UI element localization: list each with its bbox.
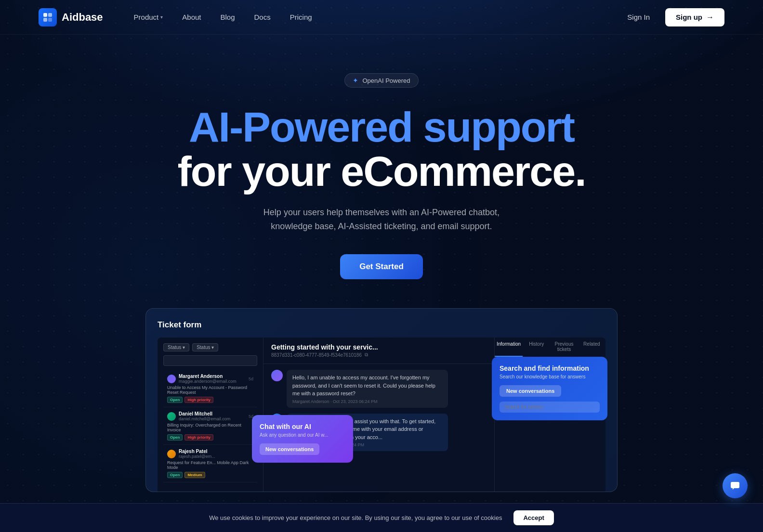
tag-medium: Medium <box>184 472 205 478</box>
svg-rect-2 <box>43 18 47 22</box>
signin-button[interactable]: Sign In <box>619 9 658 25</box>
ticket-list: Status ▾ Status ▾ Margaret Anderson magg… <box>158 337 263 492</box>
tag-open: Open <box>167 472 183 478</box>
message-bubble: Hello, I am unable to access my account.… <box>287 370 448 408</box>
ticket-search[interactable] <box>163 355 257 366</box>
chat-id: 8837d331-c080-4777-8549-f534e7610186 ⧉ <box>271 352 487 358</box>
search-widget: Search and find information Search our k… <box>492 357 607 420</box>
chat-panel: Getting started with your servic... 8837… <box>263 337 495 492</box>
accept-button[interactable]: Accept <box>513 510 553 525</box>
message-time: Margaret Anderson · Oct 23, 2023 06:24 P… <box>292 399 442 404</box>
chat-title: Getting started with your servic... <box>271 343 487 351</box>
status-filters: Status ▾ Status ▾ <box>163 343 257 351</box>
tag-open: Open <box>167 434 183 441</box>
ticket-name: Margaret Anderson <box>179 374 237 379</box>
ticket-email: daniel.mitchell@email.com <box>179 416 230 421</box>
ticket-subject: Billing Inquiry: Overcharged on Recent I… <box>167 423 253 432</box>
ticket-tags: Open High priority <box>167 434 253 441</box>
logo-icon <box>39 8 57 26</box>
cookie-text: We use cookies to improve your experienc… <box>209 514 502 521</box>
ticket-name: Daniel Mitchell <box>179 411 230 416</box>
navbar: Aidbase Product ▾ About Blog Docs Pricin… <box>0 0 763 35</box>
ticket-subject: Unable to Access My Account - Password R… <box>167 385 253 395</box>
logo-text: Aidbase <box>62 11 103 24</box>
widget-subtitle: Ask any question and our AI w... <box>260 432 345 438</box>
search-new-conversations-button[interactable]: New conversations <box>500 385 561 397</box>
search-widget-subtitle: Search our knowledge base for answers <box>500 374 600 379</box>
openai-badge: ✦ OpenAI Powered <box>344 73 418 88</box>
info-tabs: Information History Previous tickets Rel… <box>495 337 605 357</box>
nav-about[interactable]: About <box>174 9 209 25</box>
dashboard-preview: Ticket form Status ▾ Status ▾ Margaret A… <box>145 308 618 492</box>
widget-title: Chat with our AI <box>260 423 345 430</box>
sparkle-icon: ✦ <box>353 77 358 84</box>
chat-header: Getting started with your servic... 8837… <box>263 337 494 364</box>
svg-rect-3 <box>48 18 52 22</box>
tab-information[interactable]: Information <box>495 337 523 357</box>
copy-icon[interactable]: ⧉ <box>365 352 368 358</box>
status-filter-1[interactable]: Status ▾ <box>163 343 189 351</box>
chat-float-button[interactable] <box>723 473 748 498</box>
nav-pricing[interactable]: Pricing <box>282 9 320 25</box>
tag-open: Open <box>167 397 183 403</box>
search-articles-input[interactable] <box>500 402 600 413</box>
avatar <box>167 450 176 458</box>
table-row[interactable]: Rajesh Patel rajesh.patel@em... Request … <box>163 445 257 482</box>
ticket-tags: Open High priority <box>167 397 253 403</box>
tag-high-priority: High priority <box>184 434 213 441</box>
nav-blog[interactable]: Blog <box>213 9 243 25</box>
hero-headline: AI-Powered support for your eCommerce. <box>0 105 763 194</box>
cookie-banner: We use cookies to improve your experienc… <box>0 503 763 532</box>
tag-high-priority: High priority <box>184 397 213 403</box>
status-filter-2[interactable]: Status ▾ <box>192 343 218 351</box>
ticket-tags: Open Medium <box>167 472 253 478</box>
avatar <box>167 412 176 421</box>
table-row[interactable]: Margaret Anderson maggie.anderson@email.… <box>163 370 257 407</box>
get-started-button[interactable]: Get Started <box>340 254 423 279</box>
avatar <box>271 370 283 381</box>
tab-related[interactable]: Related <box>578 337 605 357</box>
message-text: Hello, I am unable to access my account.… <box>292 374 442 398</box>
svg-rect-1 <box>48 13 52 17</box>
nav-links: Product ▾ About Blog Docs Pricing <box>126 9 320 25</box>
table-row[interactable]: Daniel Mitchell daniel.mitchell@email.co… <box>163 407 257 445</box>
ticket-email: rajesh.patel@em... <box>179 454 215 459</box>
new-conversations-button[interactable]: New conversations <box>260 443 319 455</box>
tab-history[interactable]: History <box>523 337 550 357</box>
signup-button[interactable]: Sign up → <box>665 8 724 26</box>
ticket-subject: Request for Feature En... Mobile App Dar… <box>167 460 253 470</box>
nav-right: Sign In Sign up → <box>619 8 724 26</box>
logo[interactable]: Aidbase <box>39 8 103 26</box>
ticket-name: Rajesh Patel <box>179 449 215 454</box>
chevron-down-icon: ▾ <box>160 14 163 20</box>
search-widget-title: Search and find information <box>500 364 600 372</box>
ticket-time: 5d <box>249 376 253 381</box>
chat-widget: Chat with our AI Ask any question and ou… <box>252 415 353 463</box>
arrow-right-icon: → <box>706 13 714 22</box>
nav-docs[interactable]: Docs <box>247 9 278 25</box>
svg-rect-0 <box>43 13 47 17</box>
hero-section: ✦ OpenAI Powered AI-Powered support for … <box>0 35 763 279</box>
dashboard-title: Ticket form <box>158 320 605 330</box>
avatar <box>167 375 176 383</box>
tab-previous-tickets[interactable]: Previous tickets <box>550 337 578 357</box>
ticket-email: maggie.anderson@email.com <box>179 379 237 384</box>
list-item: Hello, I am unable to access my account.… <box>271 370 487 408</box>
nav-product[interactable]: Product ▾ <box>126 9 171 25</box>
hero-subtitle: Help your users help themselves with an … <box>242 206 521 234</box>
